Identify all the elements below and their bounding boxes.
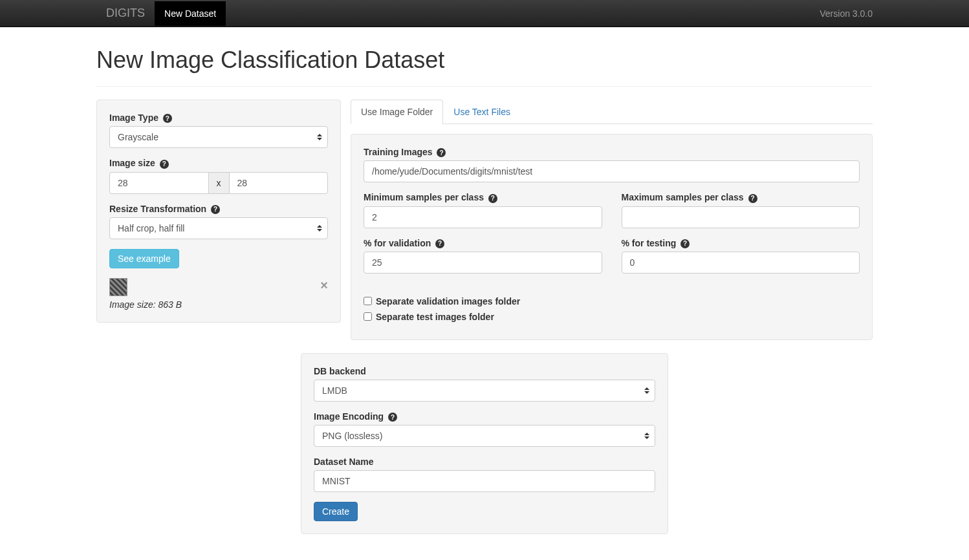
close-icon[interactable]: × <box>320 278 328 293</box>
pct-testing-label: % for testing ? <box>622 238 690 248</box>
navbar-version: Version 3.0.0 <box>820 8 873 19</box>
min-samples-input[interactable] <box>364 206 602 228</box>
size-separator: x <box>209 172 229 194</box>
resize-transformation-select[interactable]: Half crop, half fill <box>109 217 328 239</box>
dataset-config-panel: DB backend LMDB Image Encoding ? PNG (lo… <box>301 353 668 534</box>
pct-testing-input[interactable] <box>622 252 860 274</box>
separate-test-label: Separate test images folder <box>376 312 494 322</box>
separate-validation-checkbox[interactable] <box>364 297 372 305</box>
tab-use-text-files[interactable]: Use Text Files <box>443 100 521 124</box>
see-example-button[interactable]: See example <box>109 249 179 268</box>
folder-settings-panel: Training Images ? Minimum samples per cl… <box>351 134 873 340</box>
help-icon[interactable]: ? <box>163 114 172 123</box>
max-samples-label: Maximum samples per class ? <box>622 192 757 202</box>
resize-transformation-label: Resize Transformation ? <box>109 204 220 214</box>
image-settings-panel: Image Type ? Grayscale Image size ? x <box>96 100 341 323</box>
pct-validation-input[interactable] <box>364 252 602 274</box>
image-size-label: Image size ? <box>109 158 169 168</box>
create-button[interactable]: Create <box>314 502 358 521</box>
help-icon[interactable]: ? <box>435 239 444 248</box>
image-encoding-select[interactable]: PNG (lossless) <box>314 425 655 447</box>
help-icon[interactable]: ? <box>388 413 397 422</box>
tab-use-image-folder[interactable]: Use Image Folder <box>351 100 443 124</box>
dataset-name-label: Dataset Name <box>314 457 374 467</box>
separate-test-checkbox[interactable] <box>364 312 372 321</box>
db-backend-select[interactable]: LMDB <box>314 380 655 402</box>
navbar-active-item[interactable]: New Dataset <box>155 1 226 26</box>
pct-validation-label: % for validation ? <box>364 238 444 248</box>
image-size-text: Image size: 863 B <box>109 299 328 310</box>
example-thumbnail <box>109 278 127 296</box>
image-type-select[interactable]: Grayscale <box>109 126 328 148</box>
image-height-input[interactable] <box>229 172 329 194</box>
image-type-label: Image Type ? <box>109 113 172 123</box>
db-backend-label: DB backend <box>314 366 366 376</box>
help-icon[interactable]: ? <box>488 194 497 203</box>
page-header: New Image Classification Dataset <box>96 27 873 87</box>
navbar-brand[interactable]: DIGITS <box>96 0 155 27</box>
image-width-input[interactable] <box>109 172 209 194</box>
min-samples-label: Minimum samples per class ? <box>364 192 497 202</box>
training-images-input[interactable] <box>364 160 860 182</box>
help-icon[interactable]: ? <box>211 205 220 214</box>
help-icon[interactable]: ? <box>437 148 446 157</box>
image-encoding-label: Image Encoding ? <box>314 411 397 422</box>
separate-validation-label: Separate validation images folder <box>376 296 520 307</box>
source-tabs: Use Image Folder Use Text Files <box>351 100 873 124</box>
help-icon[interactable]: ? <box>748 194 757 203</box>
training-images-label: Training Images ? <box>364 147 446 157</box>
page-title: New Image Classification Dataset <box>96 47 873 74</box>
max-samples-input[interactable] <box>622 206 860 228</box>
help-icon[interactable]: ? <box>160 160 169 169</box>
navbar: DIGITS New Dataset Version 3.0.0 <box>0 0 969 27</box>
help-icon[interactable]: ? <box>680 239 690 248</box>
dataset-name-input[interactable] <box>314 470 655 492</box>
